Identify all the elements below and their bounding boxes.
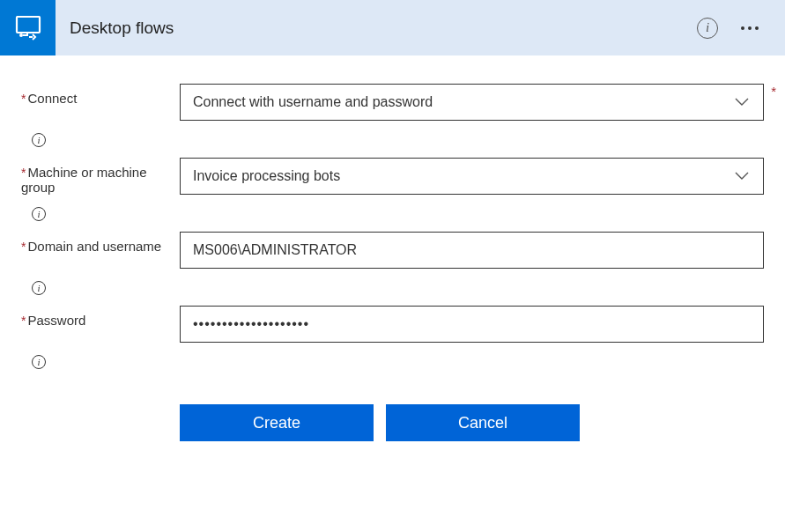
desktop-flows-icon	[0, 0, 56, 55]
password-field[interactable]	[180, 306, 764, 343]
svg-rect-0	[17, 17, 40, 33]
password-label: Password	[27, 313, 85, 328]
cancel-button[interactable]: Cancel	[386, 404, 580, 441]
info-icon[interactable]	[32, 133, 46, 147]
header-actions	[697, 18, 785, 39]
domain-username-field[interactable]	[180, 232, 764, 269]
connect-value: Connect with username and password	[193, 94, 433, 110]
info-icon[interactable]	[32, 207, 46, 221]
create-button[interactable]: Create	[180, 404, 374, 441]
machine-select[interactable]: Invoice processing bots	[180, 158, 764, 195]
chevron-down-icon	[735, 94, 749, 110]
info-icon[interactable]	[32, 355, 46, 369]
machine-label: Machine or machine group	[21, 165, 147, 195]
machine-value: Invoice processing bots	[193, 168, 340, 184]
page-title: Desktop flows	[70, 18, 697, 38]
required-marker: *	[771, 84, 776, 99]
required-marker: *	[21, 166, 26, 180]
required-marker: *	[21, 240, 26, 254]
connect-label: Connect	[27, 91, 77, 106]
info-icon[interactable]	[697, 18, 718, 39]
header: Desktop flows	[0, 0, 785, 55]
chevron-down-icon	[735, 168, 749, 184]
required-marker: *	[21, 314, 26, 328]
connect-select[interactable]: Connect with username and password	[180, 84, 764, 121]
svg-point-1	[19, 33, 23, 37]
required-marker: *	[21, 92, 26, 106]
more-button[interactable]	[741, 26, 759, 30]
connection-form: *Connect Connect with username and passw…	[0, 55, 785, 477]
info-icon[interactable]	[32, 281, 46, 295]
domain-label: Domain and username	[27, 239, 161, 254]
